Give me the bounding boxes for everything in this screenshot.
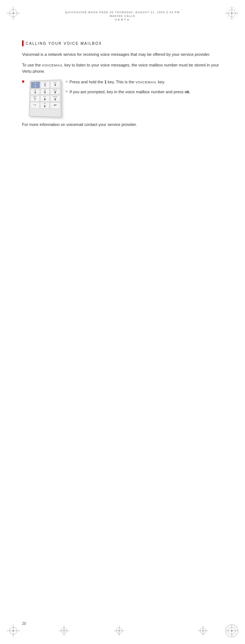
voicemail-keyword-2: VOICEMAIL [135, 80, 157, 84]
instr1-suffix: key. This is the [107, 80, 135, 84]
reg-mark-bottom-left [59, 626, 69, 637]
key-hash: #? [50, 102, 60, 109]
section-label: Making calls [110, 15, 135, 17]
corner-mark-tr [225, 7, 238, 20]
key-4: ghi 4 [31, 89, 40, 95]
key-9: wxyz 9 [50, 95, 60, 102]
paragraph-1: Voicemail is a network service for recei… [22, 51, 223, 58]
key-1: ∞ 1 [31, 82, 40, 89]
instructions-list: > Press and hold the 1 key. This is the … [65, 79, 223, 98]
file-info-label: quickguide.book Page 20 Thursday, August… [65, 11, 180, 14]
corner-mark-tl [7, 7, 20, 20]
arrow-icon-2: > [65, 89, 68, 94]
instr2-end: . [189, 90, 191, 94]
instr1-prefix: Press and hold the [70, 80, 104, 84]
section-heading: Calling your voice mailbox [22, 40, 223, 46]
keypad-grid: ∞ 1 abc 2 def 3 ghi 4 jkl 5 [29, 80, 61, 117]
key-star: * + [30, 102, 40, 109]
corner-mark-bl [7, 624, 20, 637]
keypad-illustration: ∞ 1 abc 2 def 3 ghi 4 jkl 5 [29, 80, 61, 116]
key-5: jkl 5 [40, 88, 50, 95]
reg-mark-bottom-mid [114, 626, 124, 637]
key-0: — 0 [40, 102, 50, 109]
brand-label: VERTU [115, 18, 130, 21]
page-number: 20 [22, 622, 26, 626]
para2-prefix: To use the [22, 63, 42, 67]
red-accent-bar [22, 40, 24, 46]
instruction-block: ∞ 1 abc 2 def 3 ghi 4 jkl 5 [22, 79, 223, 116]
instruction-text-1: Press and hold the 1 key. This is the VO… [70, 79, 165, 85]
key-2: abc 2 [40, 81, 50, 88]
instruction-item-2: > If you are prompted, key in the voice … [65, 89, 223, 95]
corner-mark-br [225, 624, 238, 637]
main-content: Calling your voice mailbox Voicemail is … [22, 40, 223, 132]
reg-mark-bottom-right [198, 626, 208, 637]
voicemail-keyword-1: VOICEMAIL [42, 64, 63, 67]
arrow-icon-1: > [65, 79, 68, 84]
instruction-text-2: If you are prompted, key in the voice ma… [70, 89, 191, 95]
key-7: pqrs 7 [30, 95, 40, 102]
paragraph-2: To use the VOICEMAIL key to listen to yo… [22, 62, 223, 75]
page-header: quickguide.book Page 20 Thursday, August… [22, 11, 223, 21]
section-title: Calling your voice mailbox [26, 41, 102, 46]
instruction-item-1: > Press and hold the 1 key. This is the … [65, 79, 223, 85]
key-6: mno 6 [50, 88, 60, 95]
ok-keyword: ok [185, 90, 189, 94]
key-3: def 3 [50, 81, 60, 88]
instr2-text: If you are prompted, key in the voice ma… [70, 90, 185, 94]
instr1-end: key. [157, 80, 165, 84]
bullet-dot [22, 80, 24, 83]
footer-paragraph: For more information on voicemail contac… [22, 122, 223, 128]
key-8: tuv 8 [40, 95, 50, 102]
